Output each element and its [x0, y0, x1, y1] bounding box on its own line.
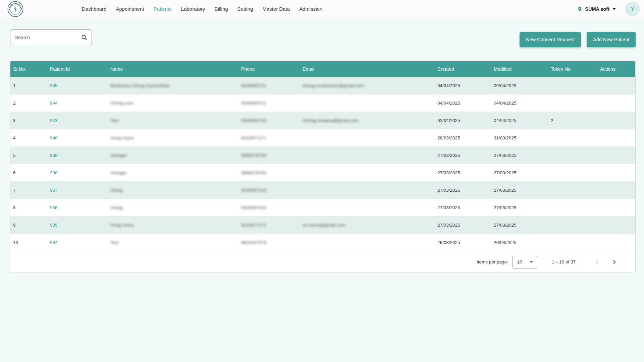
- srno-cell: 5: [10, 153, 47, 158]
- table-header-row: Sr.No. Patient Id Name Phone Email Creat…: [10, 61, 635, 77]
- top-navigation-bar: EKTOS HEALTH ⚕ Dashboard Appointment Pat…: [0, 0, 644, 18]
- main-nav: Dashboard Appointment Patients Laborator…: [77, 0, 327, 18]
- table-row: 7 937 chirag 9328087323 27/03/2025 27/03…: [10, 181, 635, 199]
- column-header-name: Name: [108, 66, 238, 72]
- nav-item-appointment[interactable]: Appointment: [111, 0, 149, 18]
- organization-selector[interactable]: SUMA soft: [577, 6, 616, 12]
- created-cell: 26/03/2025: [435, 240, 491, 245]
- srno-cell: 7: [10, 188, 47, 193]
- column-header-token-no: Token No: [548, 66, 597, 72]
- user-avatar[interactable]: Y: [625, 2, 640, 16]
- patient-id-link[interactable]: 938: [50, 170, 58, 175]
- email-cell: Chirag.modasa@gmail.com: [300, 118, 435, 123]
- table-row: 5 939 chirager 9898376764 27/03/2025 27/…: [10, 146, 635, 164]
- nav-item-master-data[interactable]: Master Data: [258, 0, 294, 18]
- modified-cell: 27/03/2025: [491, 170, 548, 175]
- column-header-actions: Actions: [597, 66, 635, 72]
- chevron-down-icon: [612, 8, 616, 10]
- column-header-patient-id: Patient Id: [47, 66, 108, 72]
- add-new-patient-button[interactable]: Add New Patient: [587, 32, 636, 47]
- page-size-select[interactable]: 10: [512, 256, 537, 268]
- patient-id-link[interactable]: 943: [50, 118, 58, 123]
- patient-name-cell: Test: [108, 240, 238, 245]
- srno-cell: 9: [10, 223, 47, 228]
- modified-cell: 27/03/2025: [491, 223, 548, 228]
- phone-cell: 9310977171: [238, 223, 300, 228]
- patient-name-cell: Vinay Arora: [108, 223, 238, 228]
- patient-id-link[interactable]: 935: [50, 223, 58, 228]
- phone-cell: 9328083721: [238, 101, 300, 106]
- column-header-modified: Modified: [491, 66, 548, 72]
- srno-cell: 2: [10, 101, 47, 106]
- phone-cell: 9328083722: [238, 118, 300, 123]
- email-cell: chirag.modasara1@gmail.com: [300, 83, 435, 88]
- modified-cell: 27/03/2025: [491, 205, 548, 210]
- search-input[interactable]: [15, 35, 81, 40]
- next-page-button[interactable]: [610, 258, 619, 266]
- modified-cell: 31/03/2025: [491, 135, 548, 140]
- patient-id-link[interactable]: 940: [50, 135, 58, 140]
- patient-name-cell: chirager: [108, 170, 238, 175]
- created-cell: 27/03/2025: [435, 170, 491, 175]
- modified-cell: 09/04/2025: [491, 83, 548, 88]
- srno-cell: 3: [10, 118, 47, 123]
- caduceus-logo-icon: EKTOS HEALTH ⚕: [7, 1, 23, 17]
- created-cell: 27/03/2025: [435, 153, 491, 158]
- patient-id-link[interactable]: 939: [50, 153, 58, 158]
- phone-cell: 9328087323: [238, 188, 300, 193]
- phone-cell: 9328087323: [238, 205, 300, 210]
- srno-cell: 1: [10, 83, 47, 88]
- patient-name-cell: Vinay Arora: [108, 135, 238, 140]
- table-row: 3 943 Test 9328083722 Chirag.modasa@gmai…: [10, 112, 635, 129]
- phone-cell: 9310977171: [238, 135, 300, 140]
- srno-cell: 10: [10, 240, 47, 245]
- patient-name-cell: Test: [108, 118, 238, 123]
- patient-id-link[interactable]: 944: [50, 101, 58, 106]
- previous-page-button[interactable]: [593, 258, 601, 266]
- table-row: 6 938 chirager 9898376764 27/03/2025 27/…: [10, 164, 635, 181]
- created-cell: 28/03/2025: [435, 135, 491, 140]
- phone-cell: 9624207578: [238, 240, 300, 245]
- phone-cell: 9898376764: [238, 170, 300, 175]
- nav-item-admission[interactable]: Admission: [294, 0, 327, 18]
- caduceus-glyph: ⚕: [14, 6, 17, 12]
- table-row: 8 936 chirag 9328087323 27/03/2025 27/03…: [10, 199, 635, 216]
- srno-cell: 4: [10, 135, 47, 140]
- created-cell: 27/03/2025: [435, 188, 491, 193]
- nav-item-billing[interactable]: Billing: [210, 0, 233, 18]
- page-size-value: 10: [517, 259, 522, 264]
- toolbar: New Consent Request Add New Patient: [10, 29, 636, 47]
- nav-item-laboratory[interactable]: Laboratory: [176, 0, 210, 18]
- patient-name-cell: chirag: [108, 205, 238, 210]
- search-icon: [81, 34, 88, 41]
- patient-id-link[interactable]: 934: [50, 240, 58, 245]
- toolbar-buttons: New Consent Request Add New Patient: [520, 32, 636, 47]
- table-paginator: Items per page: 10 1 – 10 of 37: [10, 251, 635, 273]
- token-cell: 2: [548, 118, 597, 123]
- created-cell: 04/04/2025: [435, 83, 491, 88]
- patients-table: Sr.No. Patient Id Name Phone Email Creat…: [10, 61, 636, 273]
- table-row: 4 940 Vinay Arora 9310977171 28/03/2025 …: [10, 129, 635, 146]
- column-header-phone: Phone: [238, 66, 300, 72]
- patient-id-link[interactable]: 937: [50, 188, 58, 193]
- page-range-label: 1 – 10 of 37: [552, 259, 576, 264]
- patient-id-link[interactable]: 936: [50, 205, 58, 210]
- email-cell: vin.arora@gmail.com: [300, 223, 435, 228]
- chevron-down-icon: [530, 261, 533, 263]
- table-row: 2 944 Chirag soni 9328083721 04/04/2025 …: [10, 94, 635, 112]
- nav-item-dashboard[interactable]: Dashboard: [77, 0, 111, 18]
- table-row: 1 945 Modasara Chirag Sureshbhai 9328083…: [10, 77, 635, 94]
- patients-page: New Consent Request Add New Patient Sr.N…: [0, 29, 644, 273]
- srno-cell: 6: [10, 170, 47, 175]
- location-pin-icon: [577, 6, 583, 12]
- modified-cell: 04/04/2025: [491, 118, 548, 123]
- modified-cell: 26/03/2025: [491, 240, 548, 245]
- chevron-right-icon: [611, 258, 618, 266]
- patient-id-link[interactable]: 945: [50, 83, 58, 88]
- nav-item-setting[interactable]: Setting: [233, 0, 258, 18]
- nav-item-patients[interactable]: Patients: [149, 0, 176, 18]
- created-cell: 27/03/2025: [435, 223, 491, 228]
- new-consent-request-button[interactable]: New Consent Request: [520, 32, 581, 47]
- patient-name-cell: Chirag soni: [108, 101, 238, 106]
- phone-cell: 9328083721: [238, 83, 300, 88]
